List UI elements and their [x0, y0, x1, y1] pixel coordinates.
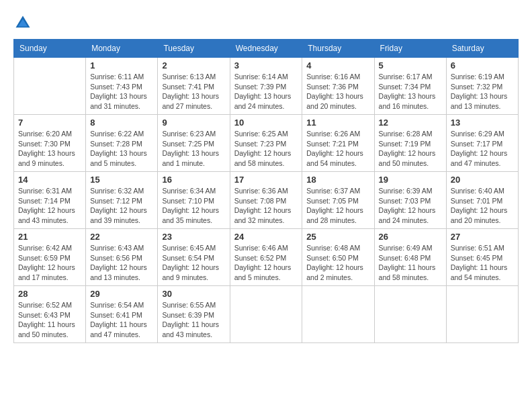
day-info: Sunrise: 6:11 AMSunset: 7:43 PMDaylight:… [90, 72, 153, 111]
day-number: 1 [90, 60, 153, 71]
day-number: 7 [18, 118, 81, 128]
calendar-cell: 28Sunrise: 6:52 AMSunset: 6:43 PMDayligh… [14, 286, 86, 343]
day-number: 24 [234, 232, 298, 242]
day-info: Sunrise: 6:46 AMSunset: 6:52 PMDaylight:… [234, 243, 298, 283]
calendar-cell: 18Sunrise: 6:37 AMSunset: 7:05 PMDayligh… [302, 172, 374, 229]
weekday-header: Monday [86, 40, 158, 58]
day-info: Sunrise: 6:16 AMSunset: 7:36 PMDaylight:… [306, 72, 369, 111]
day-number: 2 [162, 60, 225, 71]
day-info: Sunrise: 6:28 AMSunset: 7:19 PMDaylight:… [379, 129, 442, 169]
day-number: 3 [234, 60, 298, 71]
calendar-cell: 12Sunrise: 6:28 AMSunset: 7:19 PMDayligh… [374, 115, 446, 172]
day-info: Sunrise: 6:45 AMSunset: 6:54 PMDaylight:… [162, 243, 225, 283]
day-info: Sunrise: 6:26 AMSunset: 7:21 PMDaylight:… [306, 129, 369, 169]
calendar-cell: 21Sunrise: 6:42 AMSunset: 6:59 PMDayligh… [14, 229, 86, 286]
calendar-cell: 3Sunrise: 6:14 AMSunset: 7:39 PMDaylight… [230, 58, 302, 115]
calendar-cell: 24Sunrise: 6:46 AMSunset: 6:52 PMDayligh… [230, 229, 302, 286]
day-info: Sunrise: 6:20 AMSunset: 7:30 PMDaylight:… [18, 129, 81, 169]
calendar-cell [374, 286, 446, 343]
day-number: 11 [306, 118, 369, 128]
calendar-cell [14, 58, 86, 115]
calendar: SundayMondayTuesdayWednesdayThursdayFrid… [13, 39, 519, 343]
day-number: 26 [379, 232, 442, 242]
day-info: Sunrise: 6:19 AMSunset: 7:32 PMDaylight:… [451, 72, 514, 111]
day-number: 20 [451, 175, 514, 185]
calendar-cell [230, 286, 302, 343]
weekday-header: Friday [374, 40, 446, 58]
day-info: Sunrise: 6:34 AMSunset: 7:10 PMDaylight:… [162, 186, 225, 226]
calendar-cell: 19Sunrise: 6:39 AMSunset: 7:03 PMDayligh… [374, 172, 446, 229]
day-number: 13 [451, 118, 514, 128]
calendar-cell [302, 286, 374, 343]
day-info: Sunrise: 6:22 AMSunset: 7:28 PMDaylight:… [90, 129, 153, 169]
calendar-cell: 16Sunrise: 6:34 AMSunset: 7:10 PMDayligh… [158, 172, 230, 229]
day-number: 17 [234, 175, 298, 185]
calendar-week-row: 14Sunrise: 6:31 AMSunset: 7:14 PMDayligh… [14, 172, 519, 229]
calendar-week-row: 28Sunrise: 6:52 AMSunset: 6:43 PMDayligh… [14, 286, 519, 343]
weekday-header: Sunday [14, 40, 86, 58]
day-number: 29 [90, 289, 153, 299]
day-number: 9 [162, 118, 225, 128]
calendar-cell: 15Sunrise: 6:32 AMSunset: 7:12 PMDayligh… [86, 172, 158, 229]
day-info: Sunrise: 6:32 AMSunset: 7:12 PMDaylight:… [90, 186, 153, 226]
day-info: Sunrise: 6:17 AMSunset: 7:34 PMDaylight:… [379, 72, 442, 111]
day-number: 5 [379, 60, 442, 71]
day-number: 25 [306, 232, 369, 242]
calendar-cell: 4Sunrise: 6:16 AMSunset: 7:36 PMDaylight… [302, 58, 374, 115]
day-number: 19 [379, 175, 442, 185]
day-number: 30 [162, 289, 225, 299]
day-info: Sunrise: 6:25 AMSunset: 7:23 PMDaylight:… [234, 129, 298, 169]
day-info: Sunrise: 6:42 AMSunset: 6:59 PMDaylight:… [18, 243, 81, 283]
day-info: Sunrise: 6:51 AMSunset: 6:45 PMDaylight:… [451, 243, 514, 283]
weekday-header: Thursday [302, 40, 374, 58]
day-number: 12 [379, 118, 442, 128]
calendar-cell [446, 286, 518, 343]
logo [13, 13, 35, 32]
day-info: Sunrise: 6:31 AMSunset: 7:14 PMDaylight:… [18, 186, 81, 226]
calendar-cell: 5Sunrise: 6:17 AMSunset: 7:34 PMDaylight… [374, 58, 446, 115]
day-info: Sunrise: 6:49 AMSunset: 6:48 PMDaylight:… [379, 243, 442, 283]
day-info: Sunrise: 6:40 AMSunset: 7:01 PMDaylight:… [451, 186, 514, 226]
calendar-cell: 30Sunrise: 6:55 AMSunset: 6:39 PMDayligh… [158, 286, 230, 343]
calendar-cell: 8Sunrise: 6:22 AMSunset: 7:28 PMDaylight… [86, 115, 158, 172]
calendar-week-row: 7Sunrise: 6:20 AMSunset: 7:30 PMDaylight… [14, 115, 519, 172]
logo-icon [13, 13, 32, 32]
calendar-cell: 27Sunrise: 6:51 AMSunset: 6:45 PMDayligh… [446, 229, 518, 286]
page-header [13, 13, 519, 32]
day-info: Sunrise: 6:14 AMSunset: 7:39 PMDaylight:… [234, 72, 298, 111]
day-number: 21 [18, 232, 81, 242]
weekday-header: Tuesday [158, 40, 230, 58]
weekday-header: Wednesday [230, 40, 302, 58]
day-info: Sunrise: 6:39 AMSunset: 7:03 PMDaylight:… [379, 186, 442, 226]
calendar-cell: 13Sunrise: 6:29 AMSunset: 7:17 PMDayligh… [446, 115, 518, 172]
day-number: 16 [162, 175, 225, 185]
calendar-cell: 29Sunrise: 6:54 AMSunset: 6:41 PMDayligh… [86, 286, 158, 343]
calendar-cell: 1Sunrise: 6:11 AMSunset: 7:43 PMDaylight… [86, 58, 158, 115]
day-info: Sunrise: 6:54 AMSunset: 6:41 PMDaylight:… [90, 300, 153, 340]
calendar-cell: 20Sunrise: 6:40 AMSunset: 7:01 PMDayligh… [446, 172, 518, 229]
calendar-cell: 25Sunrise: 6:48 AMSunset: 6:50 PMDayligh… [302, 229, 374, 286]
day-number: 10 [234, 118, 298, 128]
day-info: Sunrise: 6:43 AMSunset: 6:56 PMDaylight:… [90, 243, 153, 283]
calendar-cell: 11Sunrise: 6:26 AMSunset: 7:21 PMDayligh… [302, 115, 374, 172]
day-info: Sunrise: 6:23 AMSunset: 7:25 PMDaylight:… [162, 129, 225, 169]
calendar-cell: 7Sunrise: 6:20 AMSunset: 7:30 PMDaylight… [14, 115, 86, 172]
calendar-cell: 14Sunrise: 6:31 AMSunset: 7:14 PMDayligh… [14, 172, 86, 229]
calendar-week-row: 1Sunrise: 6:11 AMSunset: 7:43 PMDaylight… [14, 58, 519, 115]
day-number: 18 [306, 175, 369, 185]
day-number: 15 [90, 175, 153, 185]
day-number: 8 [90, 118, 153, 128]
day-info: Sunrise: 6:36 AMSunset: 7:08 PMDaylight:… [234, 186, 298, 226]
day-number: 6 [451, 60, 514, 71]
day-number: 22 [90, 232, 153, 242]
calendar-cell: 2Sunrise: 6:13 AMSunset: 7:41 PMDaylight… [158, 58, 230, 115]
day-number: 27 [451, 232, 514, 242]
day-info: Sunrise: 6:48 AMSunset: 6:50 PMDaylight:… [306, 243, 369, 283]
day-info: Sunrise: 6:29 AMSunset: 7:17 PMDaylight:… [451, 129, 514, 169]
calendar-cell: 10Sunrise: 6:25 AMSunset: 7:23 PMDayligh… [230, 115, 302, 172]
calendar-cell: 22Sunrise: 6:43 AMSunset: 6:56 PMDayligh… [86, 229, 158, 286]
day-number: 4 [306, 60, 369, 71]
day-number: 14 [18, 175, 81, 185]
calendar-cell: 17Sunrise: 6:36 AMSunset: 7:08 PMDayligh… [230, 172, 302, 229]
day-number: 23 [162, 232, 225, 242]
